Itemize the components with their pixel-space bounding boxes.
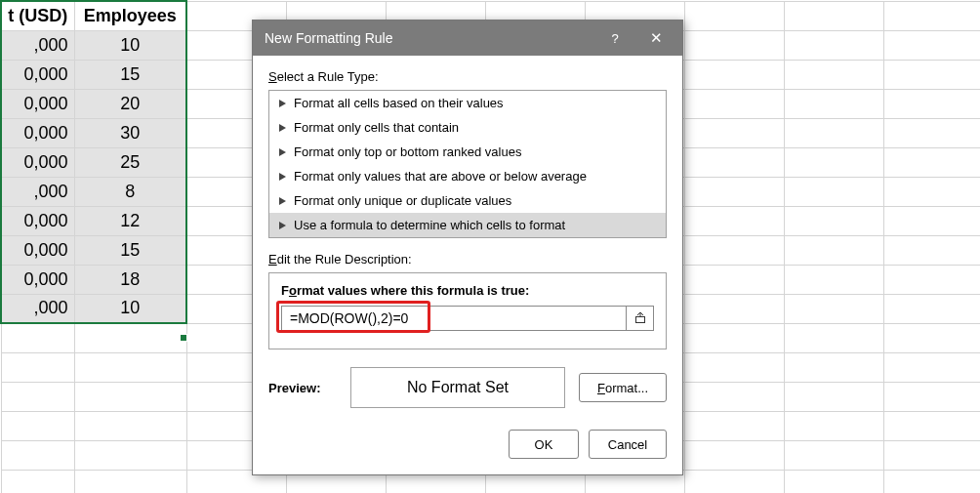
cell-empty[interactable] [684, 118, 784, 147]
rule-type-list[interactable]: Format all cells based on their valuesFo… [268, 90, 667, 238]
cell-empty[interactable] [784, 89, 883, 118]
formula-input[interactable] [281, 306, 627, 331]
cell-employees[interactable]: 20 [74, 89, 186, 118]
cell-empty[interactable] [684, 440, 784, 470]
collapse-dialog-button[interactable] [627, 306, 654, 331]
cell-empty[interactable] [684, 411, 784, 440]
cell-empty[interactable] [883, 352, 980, 382]
column-header-b[interactable]: Employees [74, 1, 186, 30]
cell-empty[interactable] [784, 352, 883, 382]
cell-employees[interactable]: 30 [74, 118, 186, 147]
cell-empty[interactable] [684, 177, 784, 206]
cell-empty[interactable] [74, 382, 186, 411]
cell-empty[interactable] [684, 147, 784, 177]
cell-employees[interactable]: 15 [74, 60, 186, 89]
help-button[interactable]: ? [594, 21, 635, 56]
cell-empty[interactable] [1, 440, 74, 470]
cell-empty[interactable] [684, 235, 784, 265]
cell-empty[interactable] [1, 411, 74, 440]
cell-empty[interactable] [784, 118, 883, 147]
cell-usd[interactable]: 0,000 [1, 147, 74, 177]
cell-empty[interactable] [784, 206, 883, 235]
cell-empty[interactable] [883, 206, 980, 235]
cell-empty[interactable] [784, 470, 883, 493]
cell-empty[interactable] [883, 118, 980, 147]
ok-button[interactable]: OK [509, 430, 579, 459]
cell-empty[interactable] [883, 30, 980, 60]
cell-empty[interactable] [784, 30, 883, 60]
cell-empty[interactable] [784, 382, 883, 411]
cell-empty[interactable] [883, 235, 980, 265]
rule-type-item[interactable]: Use a formula to determine which cells t… [269, 213, 666, 237]
cell-empty[interactable] [784, 1, 883, 30]
cell-usd[interactable]: 0,000 [1, 89, 74, 118]
fill-handle[interactable] [180, 334, 187, 342]
cell-usd[interactable]: 0,000 [1, 235, 74, 265]
cell-usd[interactable]: 0,000 [1, 206, 74, 235]
cell-employees[interactable]: 15 [74, 235, 186, 265]
cell-empty[interactable] [784, 323, 883, 352]
cell-empty[interactable] [74, 411, 186, 440]
cell-empty[interactable] [883, 470, 980, 493]
cell-empty[interactable] [883, 147, 980, 177]
cell-empty[interactable] [784, 60, 883, 89]
cell-empty[interactable] [784, 294, 883, 323]
cell-empty[interactable] [883, 89, 980, 118]
cell-empty[interactable] [883, 265, 980, 294]
cell-employees[interactable]: 10 [74, 294, 186, 323]
close-button[interactable]: ✕ [635, 21, 676, 56]
cell-empty[interactable] [784, 440, 883, 470]
cell-empty[interactable] [784, 411, 883, 440]
cancel-button[interactable]: Cancel [589, 430, 667, 459]
cell-empty[interactable] [74, 440, 186, 470]
cell-employees[interactable]: 8 [74, 177, 186, 206]
cell-empty[interactable] [684, 89, 784, 118]
cell-usd[interactable]: 0,000 [1, 60, 74, 89]
cell-empty[interactable] [1, 323, 74, 352]
cell-empty[interactable] [684, 1, 784, 30]
cell-empty[interactable] [883, 1, 980, 30]
cell-empty[interactable] [883, 382, 980, 411]
format-button[interactable]: Format... [579, 373, 667, 402]
cell-usd[interactable]: 0,000 [1, 265, 74, 294]
cell-empty[interactable] [883, 411, 980, 440]
cell-usd[interactable]: ,000 [1, 30, 74, 60]
cell-empty[interactable] [74, 323, 186, 352]
cell-empty[interactable] [74, 352, 186, 382]
cell-empty[interactable] [883, 177, 980, 206]
cell-usd[interactable]: ,000 [1, 177, 74, 206]
cell-employees[interactable]: 12 [74, 206, 186, 235]
cell-empty[interactable] [684, 323, 784, 352]
cell-empty[interactable] [1, 470, 74, 493]
dialog-titlebar[interactable]: New Formatting Rule ? ✕ [253, 21, 682, 56]
cell-empty[interactable] [784, 235, 883, 265]
column-header-a[interactable]: t (USD) [1, 1, 74, 30]
cell-empty[interactable] [883, 60, 980, 89]
cell-empty[interactable] [684, 352, 784, 382]
cell-employees[interactable]: 18 [74, 265, 186, 294]
cell-usd[interactable]: ,000 [1, 294, 74, 323]
cell-empty[interactable] [1, 352, 74, 382]
cell-empty[interactable] [684, 294, 784, 323]
rule-type-item[interactable]: Format only cells that contain [269, 115, 666, 140]
cell-empty[interactable] [684, 60, 784, 89]
cell-empty[interactable] [684, 382, 784, 411]
cell-empty[interactable] [684, 30, 784, 60]
cell-empty[interactable] [1, 382, 74, 411]
cell-usd[interactable]: 0,000 [1, 118, 74, 147]
cell-employees[interactable]: 10 [74, 30, 186, 60]
rule-type-item[interactable]: Format only unique or duplicate values [269, 188, 666, 213]
cell-empty[interactable] [684, 265, 784, 294]
cell-empty[interactable] [784, 177, 883, 206]
cell-empty[interactable] [684, 470, 784, 493]
cell-empty[interactable] [883, 323, 980, 352]
rule-type-item[interactable]: Format all cells based on their values [269, 91, 666, 115]
cell-empty[interactable] [684, 206, 784, 235]
rule-type-item[interactable]: Format only top or bottom ranked values [269, 140, 666, 164]
cell-empty[interactable] [883, 440, 980, 470]
cell-empty[interactable] [784, 147, 883, 177]
cell-empty[interactable] [74, 470, 186, 493]
cell-empty[interactable] [883, 294, 980, 323]
cell-empty[interactable] [784, 265, 883, 294]
rule-type-item[interactable]: Format only values that are above or bel… [269, 164, 666, 188]
